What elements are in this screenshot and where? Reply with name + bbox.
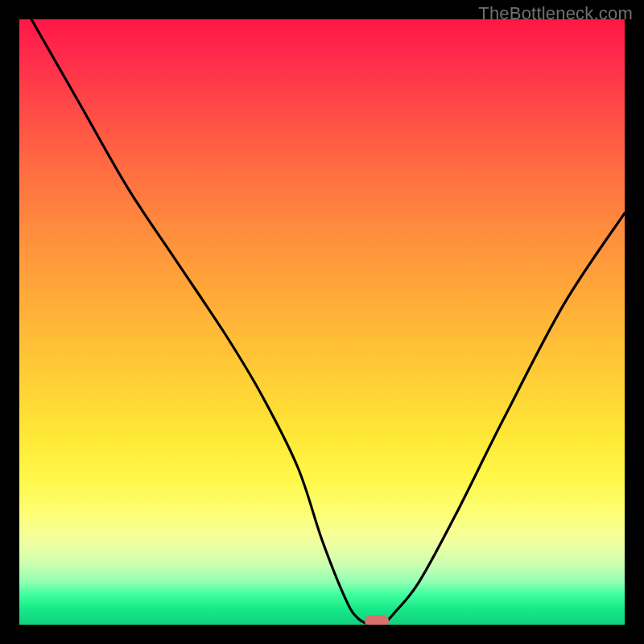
plot-area (19, 19, 625, 625)
bottleneck-curve (19, 19, 625, 625)
optimal-marker (365, 615, 389, 625)
watermark-text: TheBottleneck.com (478, 3, 633, 24)
chart-frame: TheBottleneck.com (0, 0, 644, 644)
